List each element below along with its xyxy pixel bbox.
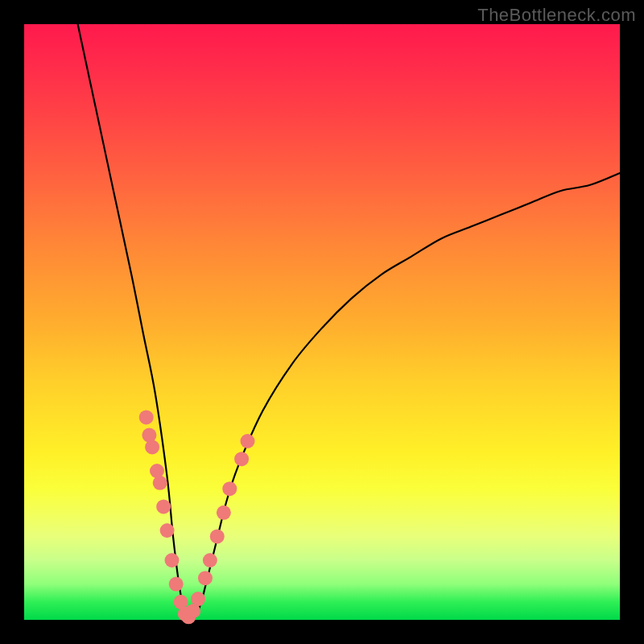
- curve-marker: [203, 553, 217, 568]
- curve-marker: [156, 499, 171, 514]
- curve-layer: [24, 24, 620, 620]
- bottleneck-curve: [78, 24, 620, 620]
- curve-marker: [165, 553, 180, 568]
- chart-frame: TheBottleneck.com: [0, 0, 644, 644]
- curve-marker: [198, 571, 213, 585]
- curve-marker: [191, 592, 205, 606]
- curve-marker: [139, 410, 154, 424]
- curve-marker: [222, 481, 237, 496]
- plot-area: [24, 24, 620, 620]
- curve-marker: [153, 476, 167, 490]
- curve-marker: [160, 523, 175, 538]
- curve-marker: [210, 529, 225, 543]
- curve-marker: [145, 440, 159, 454]
- curve-marker: [234, 452, 249, 466]
- curve-marker: [217, 506, 231, 520]
- marker-group: [139, 410, 255, 624]
- watermark-text: TheBottleneck.com: [477, 5, 636, 26]
- curve-marker: [169, 577, 184, 592]
- curve-marker: [241, 434, 255, 448]
